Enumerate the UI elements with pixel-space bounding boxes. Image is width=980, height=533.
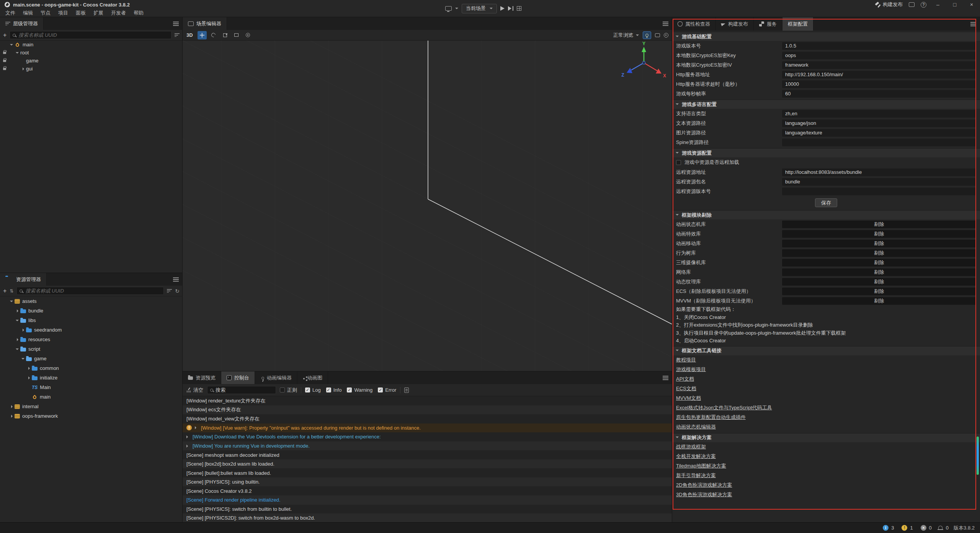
console-tab[interactable]: 资源预览 xyxy=(183,371,221,384)
menu-item[interactable]: 文件 xyxy=(2,10,19,16)
expand-chevron-icon[interactable] xyxy=(186,445,189,448)
inspector-tab[interactable]: 服务 xyxy=(754,17,782,31)
bell-icon[interactable] xyxy=(938,526,942,529)
menu-item[interactable]: 开发者 xyxy=(107,10,130,16)
menu-item[interactable]: 节点 xyxy=(37,10,54,16)
remove-module-button[interactable]: 剔除 xyxy=(782,221,976,228)
tree-node[interactable]: initialize xyxy=(0,373,183,383)
section-header-language[interactable]: 游戏多语言配置 xyxy=(672,100,980,109)
close-button[interactable]: × xyxy=(966,2,977,8)
frame-icon[interactable] xyxy=(909,2,915,7)
remote-load-checkbox[interactable] xyxy=(676,160,681,165)
panel-menu-icon[interactable] xyxy=(173,277,179,281)
console-tab[interactable]: 控制台 xyxy=(221,371,255,384)
regex-toggle[interactable]: 正则 xyxy=(280,387,297,394)
solution-link[interactable]: 战棋游戏框架 xyxy=(676,443,706,450)
filter-checkbox[interactable]: ✓ xyxy=(326,387,331,392)
filter-icon[interactable] xyxy=(175,33,180,37)
chevron-icon[interactable] xyxy=(17,309,20,312)
remove-module-button[interactable]: 剔除 xyxy=(782,240,976,247)
filter-checkbox[interactable]: ✓ xyxy=(305,387,310,392)
chevron-icon[interactable] xyxy=(28,376,31,379)
play-button[interactable] xyxy=(500,6,505,11)
log-row[interactable]: ! [Window] render_texture文件夹存在 xyxy=(183,396,672,405)
tab-hierarchy[interactable]: 层级管理器 xyxy=(0,17,44,30)
panel-menu-icon[interactable] xyxy=(663,21,668,26)
menu-item[interactable]: 项目 xyxy=(54,10,72,16)
panel-menu-icon[interactable] xyxy=(970,22,976,26)
warning-icon[interactable]: ! xyxy=(902,525,907,531)
menu-item[interactable]: 扩展 xyxy=(90,10,107,16)
rect-tool-button[interactable] xyxy=(232,31,241,39)
inspector-tab[interactable]: 框架配置 xyxy=(782,17,813,31)
log-row[interactable]: ! [Scene] [box2d]:box2d wasm lib loaded. xyxy=(183,459,672,469)
expand-chevron-icon[interactable] xyxy=(186,435,189,438)
chevron-icon[interactable] xyxy=(21,59,24,62)
sort-icon[interactable]: ⇅ xyxy=(10,288,13,294)
save-button[interactable]: 保存 xyxy=(815,198,837,207)
tree-node[interactable]: assets xyxy=(0,296,183,306)
lighting-toggle[interactable] xyxy=(643,31,651,39)
hierarchy-search-input[interactable]: 搜索名称或 UUID xyxy=(10,31,172,39)
console-tab[interactable]: 动画图 xyxy=(297,371,328,384)
log-row[interactable]: ! [Scene] Forward render pipeline initia… xyxy=(183,495,672,505)
field-input[interactable]: http://192.168.0.150/main/ xyxy=(782,71,976,78)
chevron-icon[interactable] xyxy=(27,396,30,399)
doc-link[interactable]: ECS文档 xyxy=(676,385,696,392)
chevron-icon[interactable] xyxy=(10,301,13,304)
log-row[interactable]: ! [Window] ecs文件夹存在 xyxy=(183,405,672,415)
tree-node[interactable]: bundle xyxy=(0,306,183,316)
inspector-tab[interactable]: 构建发布 xyxy=(716,17,754,31)
scene-viewport[interactable]: Y X Z xyxy=(183,41,672,371)
console-tab[interactable]: 动画编辑器 xyxy=(255,371,297,384)
remove-module-button[interactable]: 剔除 xyxy=(782,288,976,295)
doc-link[interactable]: 原生包热更新配置自动生成插件 xyxy=(676,414,746,421)
field-input[interactable]: http://localhost:8083/assets/bundle xyxy=(782,168,976,176)
tab-scene-editor[interactable]: 场景编辑器 xyxy=(183,17,227,30)
log-row[interactable]: ! [Scene] [PHYSICS2D]: switch from box2d… xyxy=(183,513,672,522)
tree-node[interactable]: TS Main xyxy=(0,383,183,392)
solution-link[interactable]: Tiledmap地图解决方案 xyxy=(676,463,726,469)
assets-search-input[interactable]: 搜索名称或 UUID xyxy=(16,287,164,295)
chevron-icon[interactable] xyxy=(23,67,26,70)
chevron-icon[interactable] xyxy=(16,348,19,352)
inspector-tab[interactable]: 属性检查器 xyxy=(672,17,716,31)
scrollbar-thumb[interactable] xyxy=(977,437,979,475)
move-tool-button[interactable] xyxy=(198,31,207,39)
filter-checkbox[interactable]: ✓ xyxy=(347,387,352,392)
tree-node[interactable]: game xyxy=(0,57,183,65)
section-header-solutions[interactable]: 框架解决方案 xyxy=(672,433,980,442)
menu-item[interactable]: 帮助 xyxy=(130,10,147,16)
field-input[interactable] xyxy=(782,188,976,195)
chevron-icon[interactable] xyxy=(21,358,24,361)
field-input[interactable]: language/json xyxy=(782,119,976,127)
log-filter-toggle[interactable]: ✓ Log xyxy=(305,387,321,393)
tree-node[interactable]: script xyxy=(0,344,183,354)
filter-icon[interactable] xyxy=(167,289,172,293)
doc-link[interactable]: API文档 xyxy=(676,376,694,383)
rotate-tool-button[interactable] xyxy=(209,31,218,39)
tab-assets[interactable]: 资源管理器 xyxy=(0,273,47,286)
log-row[interactable]: ! [Window] Download the Vue Devtools ext… xyxy=(183,432,672,441)
regex-checkbox[interactable] xyxy=(280,387,285,392)
tree-node[interactable]: seedrandom xyxy=(0,325,183,335)
log-row[interactable]: ! [Window] You are running Vue in develo… xyxy=(183,441,672,451)
solution-link[interactable]: 3D角色扮演游戏解决方案 xyxy=(676,491,732,498)
remove-module-button[interactable]: 剔除 xyxy=(782,297,976,305)
chevron-icon[interactable] xyxy=(23,329,26,332)
solution-link[interactable]: 2D角色扮演游戏解决方案 xyxy=(676,482,732,489)
3d-mode-toggle[interactable]: 3D xyxy=(186,32,193,38)
section-header-resources[interactable]: 游戏资源配置 xyxy=(672,148,980,157)
field-input[interactable]: bundle xyxy=(782,178,976,186)
tree-node[interactable]: gui xyxy=(0,65,183,73)
tree-node[interactable]: main xyxy=(0,41,183,49)
console-search-input[interactable]: 搜索 xyxy=(207,386,276,394)
field-input[interactable] xyxy=(782,139,976,146)
remove-module-button[interactable]: 剔除 xyxy=(782,249,976,257)
build-publish-button[interactable]: 构建发布 xyxy=(875,1,903,8)
remove-module-button[interactable]: 剔除 xyxy=(782,259,976,266)
solution-link[interactable]: 全栈开发解决方案 xyxy=(676,453,716,460)
log-row[interactable]: ! [Scene] Cocos Creator v3.8.2 xyxy=(183,486,672,495)
section-header-basic[interactable]: 游戏基础配置 xyxy=(672,32,980,41)
field-input[interactable]: 10000 xyxy=(782,80,976,88)
